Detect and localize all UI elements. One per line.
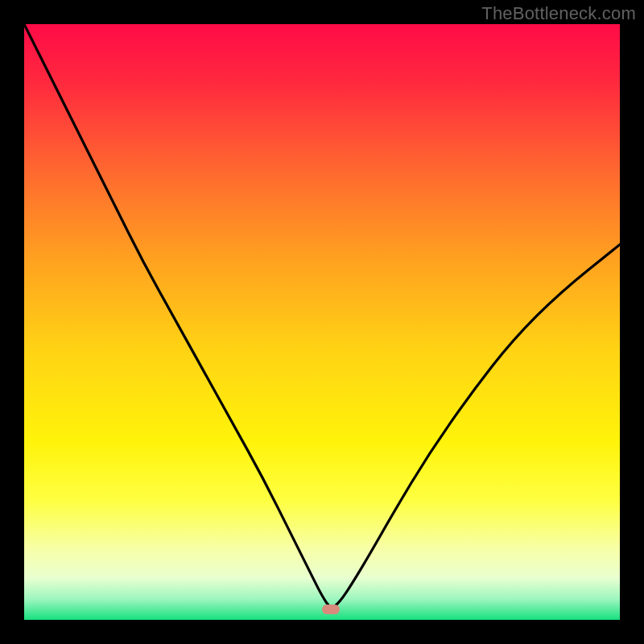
chart-frame: TheBottleneck.com xyxy=(0,0,644,644)
bottleneck-curve xyxy=(24,24,620,620)
minimum-marker xyxy=(322,605,340,614)
plot-area xyxy=(24,24,620,620)
watermark-text: TheBottleneck.com xyxy=(481,3,636,24)
